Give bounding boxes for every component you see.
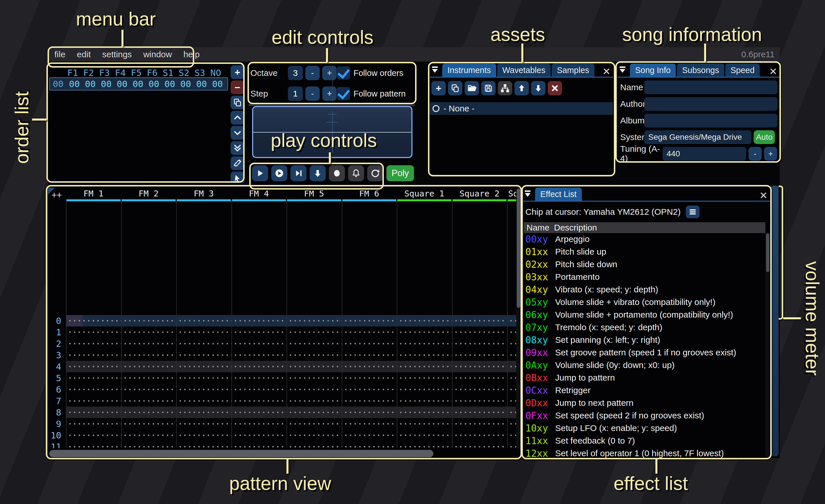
pattern-vertical-scrollbar[interactable] — [516, 187, 521, 449]
play-button[interactable] — [252, 165, 268, 181]
close-icon[interactable]: × — [603, 64, 610, 78]
pattern-cell[interactable] — [231, 418, 287, 430]
pattern-cell[interactable] — [507, 384, 516, 395]
order-list-selected-row[interactable]: 0000000000000000000000 — [49, 77, 228, 90]
pattern-cell[interactable] — [231, 430, 287, 441]
order-duplicate-end-button[interactable] — [231, 141, 244, 155]
pattern-cell[interactable] — [342, 407, 397, 418]
pattern-horizontal-scrollbar[interactable] — [48, 449, 516, 457]
collapse-icon[interactable] — [619, 66, 628, 74]
pattern-cell[interactable] — [121, 384, 176, 395]
pattern-cell[interactable] — [342, 326, 397, 338]
pattern-cell[interactable] — [452, 372, 507, 384]
pattern-cell[interactable] — [452, 441, 507, 448]
pattern-cell[interactable] — [231, 384, 287, 395]
effect-list-scrollbar[interactable] — [765, 233, 770, 457]
order-cell[interactable]: 00 — [178, 79, 194, 89]
pattern-cell[interactable] — [452, 395, 507, 407]
step-minus-button[interactable]: - — [305, 86, 320, 101]
channel-header[interactable]: FM 4 — [231, 187, 287, 201]
pattern-cell[interactable] — [397, 326, 452, 338]
pattern-cell[interactable] — [397, 315, 452, 326]
pattern-cell[interactable] — [397, 441, 452, 448]
asset-tree-button[interactable] — [498, 81, 512, 95]
pattern-cell[interactable] — [452, 361, 507, 372]
asset-duplicate-button[interactable] — [448, 81, 462, 95]
pattern-row[interactable]: 9 — [48, 418, 516, 430]
pattern-cell[interactable] — [231, 315, 287, 326]
channel-header[interactable]: FM 1 — [66, 187, 121, 201]
pattern-cell[interactable] — [342, 372, 397, 384]
pattern-cell[interactable] — [507, 315, 516, 326]
stop-button[interactable] — [310, 165, 326, 181]
asset-open-button[interactable] — [465, 81, 479, 95]
pattern-cell[interactable] — [121, 349, 176, 361]
pattern-row[interactable]: 6 — [48, 384, 516, 395]
tab-speed[interactable]: Speed — [725, 64, 760, 77]
pattern-cell[interactable] — [452, 349, 507, 361]
pattern-cell[interactable] — [176, 372, 231, 384]
pattern-cell[interactable] — [507, 361, 516, 372]
pattern-cell[interactable] — [507, 349, 516, 361]
pattern-cell[interactable] — [66, 418, 121, 430]
pattern-cell[interactable] — [66, 395, 121, 407]
name-field[interactable] — [644, 80, 777, 94]
order-cell[interactable]: 00 — [146, 79, 162, 89]
pattern-cell[interactable] — [287, 430, 342, 441]
pattern-row[interactable]: 2 — [48, 338, 516, 349]
pattern-cell[interactable] — [342, 338, 397, 349]
record-button[interactable] — [329, 165, 345, 181]
pattern-cell[interactable] — [342, 395, 397, 407]
pattern-cell[interactable] — [176, 384, 231, 395]
pattern-cell[interactable] — [342, 361, 397, 372]
pattern-cell[interactable] — [452, 418, 507, 430]
pattern-cell[interactable] — [397, 372, 452, 384]
order-duplicate-button[interactable] — [231, 96, 244, 109]
instrument-list-item[interactable]: - None - — [430, 102, 613, 115]
pattern-cell[interactable] — [397, 361, 452, 372]
pattern-cell[interactable] — [66, 384, 121, 395]
pattern-cell[interactable] — [66, 338, 121, 349]
pattern-cell[interactable] — [507, 441, 516, 448]
asset-delete-button[interactable] — [548, 81, 562, 95]
pattern-cell[interactable] — [287, 441, 342, 448]
pattern-cell[interactable] — [121, 395, 176, 407]
pattern-cell[interactable] — [231, 338, 287, 349]
tab-instruments[interactable]: Instruments — [442, 64, 496, 77]
pattern-row[interactable]: 11 — [48, 441, 516, 448]
pattern-cell[interactable] — [507, 407, 516, 418]
channel-header[interactable]: FM 6 — [342, 187, 397, 201]
pattern-cell[interactable] — [397, 384, 452, 395]
pattern-cell[interactable] — [121, 430, 176, 441]
pattern-cell[interactable] — [176, 361, 231, 372]
menu-item-file[interactable]: file — [55, 50, 65, 59]
pattern-cell[interactable] — [287, 315, 342, 326]
pattern-cell[interactable] — [287, 418, 342, 430]
order-deep-clone-button[interactable] — [231, 156, 244, 170]
octave-value[interactable]: 3 — [288, 66, 303, 80]
pattern-cell[interactable] — [121, 372, 176, 384]
pattern-rows[interactable]: 01234567891011 — [48, 315, 516, 448]
pattern-cell[interactable] — [342, 384, 397, 395]
pattern-cell[interactable] — [342, 418, 397, 430]
pattern-cell[interactable] — [231, 361, 287, 372]
tab-effect-list[interactable]: Effect List — [535, 187, 582, 201]
pattern-cell[interactable] — [231, 349, 287, 361]
channel-header[interactable]: Square 2 — [452, 187, 507, 201]
pattern-cell[interactable] — [231, 407, 287, 418]
step-plus-button[interactable]: + — [322, 86, 336, 101]
pattern-row[interactable]: 1 — [48, 326, 516, 338]
pattern-row[interactable]: 7 — [48, 395, 516, 407]
pattern-row[interactable]: 4 — [48, 361, 516, 372]
pattern-cell[interactable] — [397, 418, 452, 430]
pattern-cell[interactable] — [452, 384, 507, 395]
follow-pattern-checkbox[interactable] — [337, 87, 350, 100]
step-value[interactable]: 1 — [288, 86, 303, 101]
octave-minus-button[interactable]: - — [305, 66, 320, 80]
channel-header[interactable]: FM 5 — [287, 187, 342, 201]
pattern-cell[interactable] — [176, 441, 231, 448]
menu-item-help[interactable]: help — [183, 50, 200, 59]
pattern-cell[interactable] — [397, 395, 452, 407]
pattern-cell[interactable] — [176, 315, 231, 326]
author-field[interactable] — [644, 97, 777, 111]
